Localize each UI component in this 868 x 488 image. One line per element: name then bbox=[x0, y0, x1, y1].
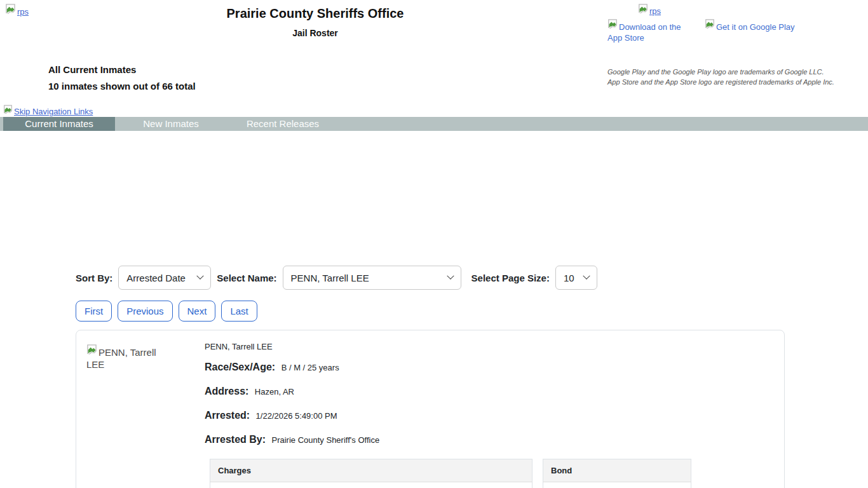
sort-by-label: Sort By: bbox=[76, 273, 112, 283]
charges-table: Charges WEEKEND COMM bbox=[210, 459, 532, 488]
address-value: Hazen, AR bbox=[255, 387, 294, 396]
arrested-label: Arrested: bbox=[205, 410, 250, 421]
table-row: $0.00 bbox=[543, 482, 691, 488]
arrested-value: 1/22/2026 5:49:00 PM bbox=[256, 411, 337, 421]
trademark-line-google: Google Play and the Google Play logo are… bbox=[607, 67, 864, 77]
title-block: Prairie County Sheriffs Office Jail Rost… bbox=[0, 6, 630, 38]
tab-recent-releases[interactable]: Recent Releases bbox=[227, 117, 339, 131]
filter-row: Sort By: Arrested Date Select Name: PENN… bbox=[76, 266, 785, 290]
next-page-button[interactable]: Next bbox=[179, 301, 216, 322]
chevron-down-icon bbox=[197, 273, 204, 280]
inmate-name: PENN, Tarrell LEE bbox=[205, 342, 774, 351]
skip-navigation-link[interactable]: Skip Navigation Links bbox=[3, 105, 93, 116]
google-play-badge-link[interactable]: Get it on Google Play bbox=[705, 19, 795, 43]
page-size-label: Select Page Size: bbox=[471, 273, 550, 283]
first-page-button[interactable]: First bbox=[76, 301, 112, 322]
inmate-details: PENN, Tarrell LEE Race/Sex/Age: B / M / … bbox=[205, 341, 774, 488]
chevron-down-icon bbox=[447, 273, 454, 280]
arrested-by-label: Arrested By: bbox=[205, 434, 266, 445]
app-store-badge-alt: Download on the App Store bbox=[607, 22, 681, 43]
charge-value: WEEKEND COMM bbox=[210, 482, 532, 488]
last-page-button[interactable]: Last bbox=[221, 301, 257, 322]
page-subtitle: Jail Roster bbox=[0, 28, 630, 38]
store-logo-link[interactable]: rps bbox=[638, 4, 661, 16]
page-header: rps Prairie County Sheriffs Office Jail … bbox=[0, 0, 868, 117]
google-play-badge-alt: Get it on Google Play bbox=[716, 22, 795, 32]
address-label: Address: bbox=[205, 386, 248, 396]
arrested-by-value: Prairie County Sheriff's Office bbox=[271, 435, 379, 445]
pagination: First Previous Next Last bbox=[76, 301, 785, 322]
page-title: Prairie County Sheriffs Office bbox=[0, 6, 630, 21]
charges-header: Charges bbox=[210, 459, 532, 482]
broken-image-icon bbox=[86, 344, 97, 358]
select-name-value: PENN, Tarrell LEE bbox=[291, 273, 369, 283]
bond-table: Bond $0.00 bbox=[543, 459, 691, 488]
roster-summary: All Current Inmates 10 inmates shown out… bbox=[48, 64, 196, 92]
previous-page-button[interactable]: Previous bbox=[118, 301, 172, 322]
page-size-value: 10 bbox=[564, 273, 574, 283]
sort-by-value: Arrested Date bbox=[126, 273, 186, 283]
table-row: WEEKEND COMM bbox=[210, 482, 532, 488]
trademark-line-apple: App Store and the App Store logo are reg… bbox=[607, 77, 864, 87]
chevron-down-icon bbox=[583, 273, 590, 280]
broken-image-icon bbox=[638, 4, 648, 16]
app-badges-block: rps Download on the App Store Get it on … bbox=[607, 4, 864, 87]
broken-image-icon bbox=[705, 19, 715, 32]
inmate-card: PENN, Tarrell LEE PENN, Tarrell LEE Race… bbox=[76, 330, 785, 488]
trademark-notice: Google Play and the Google Play logo are… bbox=[607, 67, 864, 87]
bond-header: Bond bbox=[543, 459, 691, 482]
bond-value: $0.00 bbox=[543, 482, 691, 488]
select-name-label: Select Name: bbox=[217, 273, 276, 283]
charges-bond-tables: Charges WEEKEND COMM Bond $0.00 bbox=[210, 459, 774, 488]
race-sex-age-value: B / M / 25 years bbox=[281, 363, 339, 372]
skip-navigation-label: Skip Navigation Links bbox=[14, 107, 93, 116]
broken-image-icon bbox=[607, 19, 618, 32]
main-content: Sort By: Arrested Date Select Name: PENN… bbox=[76, 266, 785, 488]
app-store-badge-link[interactable]: Download on the App Store bbox=[607, 19, 696, 43]
roster-count: 10 inmates shown out of 66 total bbox=[48, 81, 196, 92]
tab-bar: Current Inmates New Inmates Recent Relea… bbox=[0, 117, 868, 131]
roster-heading: All Current Inmates bbox=[48, 64, 196, 75]
select-name-select[interactable]: PENN, Tarrell LEE bbox=[283, 266, 461, 290]
page-size-select[interactable]: 10 bbox=[555, 266, 597, 290]
broken-image-icon bbox=[3, 105, 13, 116]
sort-by-select[interactable]: Arrested Date bbox=[118, 266, 211, 290]
race-sex-age-label: Race/Sex/Age: bbox=[205, 362, 275, 372]
inmate-photo: PENN, Tarrell LEE bbox=[86, 341, 205, 488]
tab-current-inmates[interactable]: Current Inmates bbox=[3, 117, 115, 131]
tab-new-inmates[interactable]: New Inmates bbox=[115, 117, 227, 131]
store-logo-alt: rps bbox=[649, 6, 661, 16]
